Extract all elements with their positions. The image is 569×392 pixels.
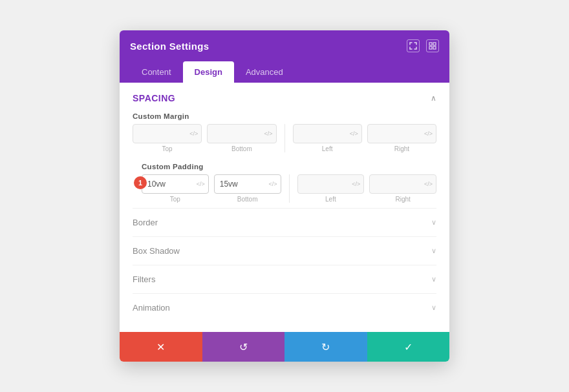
- padding-top-label: Top: [170, 196, 180, 203]
- svg-rect-3: [433, 46, 436, 49]
- margin-left-wrapper: </> Left: [293, 124, 362, 152]
- margin-left-label: Left: [322, 145, 333, 152]
- filters-label: Filters: [133, 274, 155, 284]
- svg-rect-1: [433, 43, 436, 45]
- custom-margin-label: Custom Margin: [133, 112, 436, 120]
- padding-bottom-container: </>: [214, 174, 281, 194]
- margin-left-link-icon: </>: [350, 130, 358, 137]
- svg-rect-2: [429, 46, 432, 49]
- margin-top-container: </>: [133, 124, 202, 143]
- redo-button[interactable]: ↻: [284, 332, 367, 362]
- undo-button[interactable]: ↺: [202, 332, 285, 362]
- tab-content[interactable]: Content: [130, 61, 183, 83]
- margin-right-wrapper: </> Right: [367, 124, 436, 152]
- padding-top-wrapper: </> Top: [142, 174, 209, 203]
- custom-padding-label: Custom Padding: [142, 163, 436, 170]
- padding-left-container: </>: [297, 174, 365, 194]
- tab-bar: Content Design Advanced: [120, 61, 449, 83]
- margin-bottom-container: </>: [207, 124, 276, 143]
- step-badge: 1: [134, 176, 147, 189]
- border-section[interactable]: Border ∨: [133, 208, 436, 236]
- svg-rect-0: [429, 43, 432, 45]
- padding-bottom-label: Bottom: [237, 196, 258, 203]
- expand-icon[interactable]: [407, 39, 420, 52]
- margin-top-wrapper: </> Top: [133, 124, 202, 152]
- padding-right-link-icon: </>: [424, 181, 433, 187]
- margin-left-pair: </> Top </> Bottom: [133, 124, 277, 152]
- tab-design[interactable]: Design: [183, 61, 234, 83]
- margin-right-label: Right: [394, 145, 409, 152]
- margin-bottom-link-icon: </>: [264, 130, 272, 137]
- box-shadow-label: Box Shadow: [133, 246, 180, 256]
- header-icons: [407, 39, 439, 52]
- padding-right-label: Right: [395, 196, 410, 203]
- panel-title: Section Settings: [130, 41, 209, 52]
- box-shadow-section[interactable]: Box Shadow ∨: [133, 236, 436, 265]
- margin-right-pair: </> Left </> Right: [293, 124, 437, 152]
- panel-header: Section Settings: [120, 30, 449, 61]
- padding-left-link-icon: </>: [352, 181, 360, 187]
- padding-input-row: </> Top </> Bottom: [142, 174, 436, 203]
- padding-divider: [289, 174, 290, 203]
- padding-bottom-wrapper: </> Bottom: [214, 174, 281, 203]
- spacing-section-header: Spacing ∧: [133, 93, 436, 103]
- margin-top-link-icon: </>: [189, 130, 198, 137]
- cancel-button[interactable]: ✕: [120, 332, 202, 362]
- padding-right-container: </>: [369, 174, 436, 194]
- box-shadow-arrow-icon: ∨: [431, 247, 436, 255]
- animation-section[interactable]: Animation ∨: [133, 293, 436, 322]
- padding-bottom-link-icon: </>: [268, 181, 277, 187]
- save-button[interactable]: ✓: [367, 332, 450, 362]
- margin-right-container: </>: [367, 124, 436, 143]
- spacing-toggle-icon[interactable]: ∧: [431, 94, 436, 103]
- margin-top-label: Top: [162, 145, 173, 152]
- custom-margin-group: Custom Margin </> Top: [133, 112, 436, 152]
- margin-bottom-label: Bottom: [231, 145, 252, 152]
- spacing-title: Spacing: [133, 93, 175, 103]
- panel-body: Spacing ∧ Custom Margin </> Top: [120, 83, 449, 332]
- padding-right-wrapper: </> Right: [369, 174, 436, 203]
- animation-arrow-icon: ∨: [431, 304, 436, 312]
- border-label: Border: [133, 218, 158, 227]
- margin-divider: [284, 124, 285, 152]
- animation-label: Animation: [133, 303, 170, 313]
- padding-top-container: </>: [142, 174, 209, 194]
- filters-arrow-icon: ∨: [431, 275, 436, 284]
- layout-icon[interactable]: [426, 39, 439, 52]
- padding-left-wrapper: </> Left: [297, 174, 365, 203]
- tab-advanced[interactable]: Advanced: [234, 61, 295, 83]
- padding-left-label: Left: [325, 196, 336, 203]
- panel-footer: ✕ ↺ ↻ ✓: [120, 332, 449, 362]
- margin-bottom-wrapper: </> Bottom: [207, 124, 276, 152]
- border-arrow-icon: ∨: [431, 218, 436, 227]
- margin-left-container: </>: [293, 124, 362, 143]
- section-settings-panel: Section Settings Content Design Advanced: [120, 30, 449, 362]
- margin-input-row: </> Top </> Bottom: [133, 124, 436, 152]
- padding-top-link-icon: </>: [197, 181, 205, 187]
- padding-right-pair: </> Left </> Right: [297, 174, 437, 203]
- margin-right-link-icon: </>: [424, 130, 433, 137]
- filters-section[interactable]: Filters ∨: [133, 265, 436, 293]
- custom-padding-group: 1 Custom Padding </> Top: [142, 163, 436, 203]
- spacing-section: Spacing ∧ Custom Margin </> Top: [133, 93, 436, 203]
- padding-left-pair: </> Top </> Bottom: [142, 174, 281, 203]
